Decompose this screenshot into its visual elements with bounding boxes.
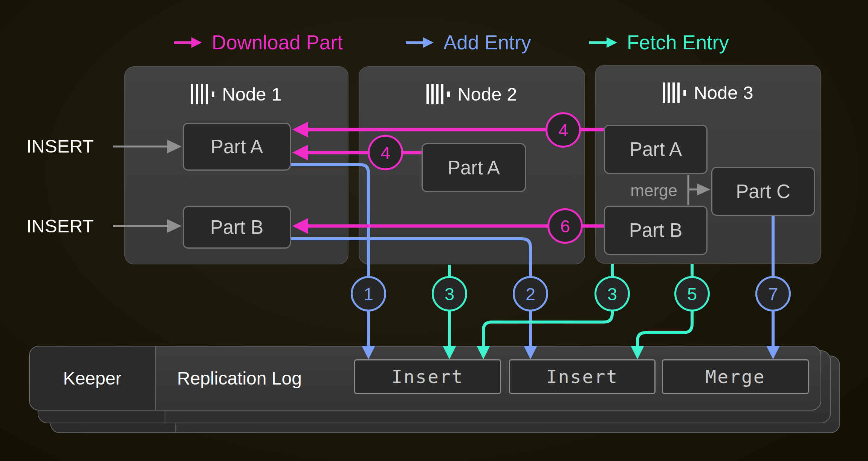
replication-log-title: Replication Log [177,347,302,410]
legend-label-download-part: Download Part [212,31,343,54]
replication-diagram: Download Part Add Entry Fetch Entry Node… [0,0,868,461]
insert-label-2: INSERT [26,215,94,237]
download-part-arrow-icon [173,36,203,49]
node3-part-b-box: Part B [604,206,708,255]
node2-part-a-box: Part A [422,143,526,192]
step-badge-6: 6 [547,208,583,244]
legend-item-fetch-entry: Fetch Entry [588,31,729,54]
log-entry-merge-label: Merge [705,366,766,387]
node1-part-a-box: Part A [183,123,291,171]
step-badge-3-node2: 3 [432,276,467,311]
node1-part-b-label: Part B [210,216,264,238]
node3-part-c-box: Part C [711,167,815,216]
clickhouse-bars-icon [426,84,450,104]
step-badge-7: 7 [755,276,791,311]
merge-label: merge [617,181,677,200]
step-badge-3-node3: 3 [594,276,630,311]
step-badge-1: 1 [351,276,386,311]
log-entry-insert-1: Insert [354,359,501,394]
keeper-label: Keeper [63,368,122,389]
node2-part-a-label: Part A [448,157,500,179]
legend-label-add-entry: Add Entry [443,31,531,54]
replication-log-bar: Keeper Replication Log Insert Insert Mer… [29,346,821,411]
log-entry-insert-1-label: Insert [391,366,463,387]
node-1-title: Node 1 [222,84,281,105]
node1-part-b-box: Part B [183,206,291,249]
step-badge-4-node2: 4 [368,135,403,170]
node1-part-a-label: Part A [211,136,263,158]
node3-part-b-label: Part B [629,219,683,241]
clickhouse-bars-icon [191,84,214,104]
fetch-entry-arrow-icon [588,36,618,49]
insert-label-1: INSERT [26,136,94,157]
node-1-header: Node 1 [124,84,348,105]
node-2-header: Node 2 [359,84,585,105]
legend-item-download-part: Download Part [173,31,343,54]
fetch-entry-line-3-node3 [483,264,612,346]
step-badge-2: 2 [513,276,548,311]
step-badge-5: 5 [674,276,710,311]
log-entry-insert-2-label: Insert [546,366,618,387]
node-3-header: Node 3 [595,82,821,103]
node-3-title: Node 3 [694,82,753,103]
node-2-title: Node 2 [457,84,517,105]
legend-item-add-entry: Add Entry [405,31,531,54]
add-entry-arrow-icon [405,36,434,49]
node3-part-a-box: Part A [604,125,708,174]
clickhouse-bars-icon [663,82,686,103]
legend-label-fetch-entry: Fetch Entry [627,31,729,54]
keeper-box: Keeper [30,347,156,410]
log-entry-insert-2: Insert [509,359,656,394]
node3-part-c-label: Part C [736,180,790,203]
node3-part-a-label: Part A [630,138,682,160]
log-entry-merge: Merge [662,359,809,394]
step-badge-4-node3: 4 [546,112,581,148]
